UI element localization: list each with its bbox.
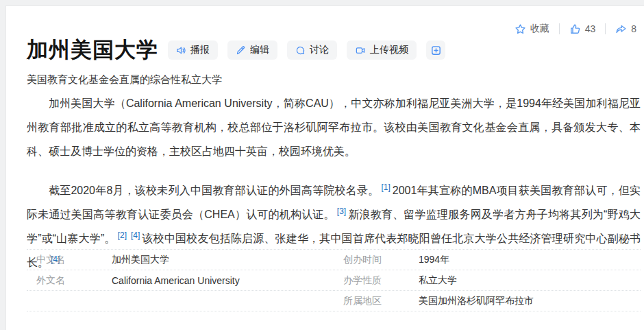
reference-link[interactable]: [1] <box>381 182 390 192</box>
plus-square-icon <box>430 45 442 56</box>
info-value: 美国加州洛杉矶阿罕布拉市 <box>419 295 534 307</box>
info-value: 1994年 <box>419 254 449 266</box>
like-count: 43 <box>585 23 596 34</box>
reference-link[interactable]: [2] <box>118 231 127 240</box>
chat-bubble-icon <box>295 45 306 56</box>
info-row-region: 所属地区 美国加州洛杉矶阿罕布拉市 <box>334 291 641 311</box>
upload-video-label: 上传视频 <box>370 44 408 56</box>
info-row-chinese-name: 中文名 加州美国大学 <box>27 250 334 270</box>
favorite-button[interactable]: 收藏 <box>515 23 549 35</box>
edit-button[interactable]: 编辑 <box>227 40 277 60</box>
page-subtitle: 美国教育文化基金会直属的综合性私立大学 <box>27 73 222 86</box>
star-icon <box>515 23 526 35</box>
thumbs-up-icon <box>569 23 581 35</box>
paragraph: 加州美国大学（California American University，简称… <box>27 91 641 163</box>
discuss-label: 讨论 <box>310 44 329 56</box>
share-arrow-icon <box>615 23 627 35</box>
discuss-button[interactable]: 讨论 <box>287 40 337 60</box>
video-camera-icon <box>355 45 366 56</box>
stats-divider <box>559 23 560 34</box>
reference-link[interactable]: [3] <box>337 207 346 216</box>
info-label: 办学性质 <box>343 274 419 287</box>
info-value: 加州美国大学 <box>112 254 169 266</box>
title-row: 加州美国大学 播报 编辑 讨论 上传视频 <box>27 36 632 64</box>
page-stats: 收藏 43 8 <box>515 23 636 35</box>
share-button[interactable]: 8 <box>615 23 636 35</box>
info-label: 外文名 <box>36 274 112 287</box>
paragraph-text: 截至2020年8月，该校未列入中国教育部认证的外国高等院校名录。 <box>49 185 379 196</box>
info-label: 所属地区 <box>343 295 419 307</box>
upload-video-button[interactable]: 上传视频 <box>347 40 417 60</box>
reference-link[interactable]: [4] <box>131 231 140 240</box>
info-label: 中文名 <box>36 254 112 266</box>
edit-label: 编辑 <box>250 44 269 56</box>
speaker-icon <box>176 45 186 56</box>
basic-info-table: 中文名 加州美国大学 创办时间 1994年 外文名 California Ame… <box>27 249 641 311</box>
pencil-icon <box>236 45 246 56</box>
info-row-founded: 创办时间 1994年 <box>334 250 641 270</box>
stats-divider <box>605 23 606 34</box>
info-value: 私立大学 <box>419 274 457 287</box>
info-row-foreign-name: 外文名 California American University <box>27 270 334 291</box>
broadcast-label: 播报 <box>190 44 210 56</box>
favorite-label: 收藏 <box>530 23 549 35</box>
content-card: 收藏 43 8 加州美国大学 播报 <box>5 5 644 330</box>
like-button[interactable]: 43 <box>569 23 596 35</box>
broadcast-button[interactable]: 播报 <box>168 40 218 60</box>
info-label: 创办时间 <box>343 254 419 266</box>
share-count: 8 <box>631 23 636 34</box>
info-row-empty <box>27 291 334 311</box>
add-to-collection-button[interactable] <box>426 40 445 60</box>
paragraph-text: 加州美国大学（California American University，简称… <box>27 97 641 157</box>
info-row-school-type: 办学性质 私立大学 <box>334 270 641 291</box>
page-title: 加州美国大学 <box>27 36 158 64</box>
info-value: California American University <box>112 275 240 286</box>
